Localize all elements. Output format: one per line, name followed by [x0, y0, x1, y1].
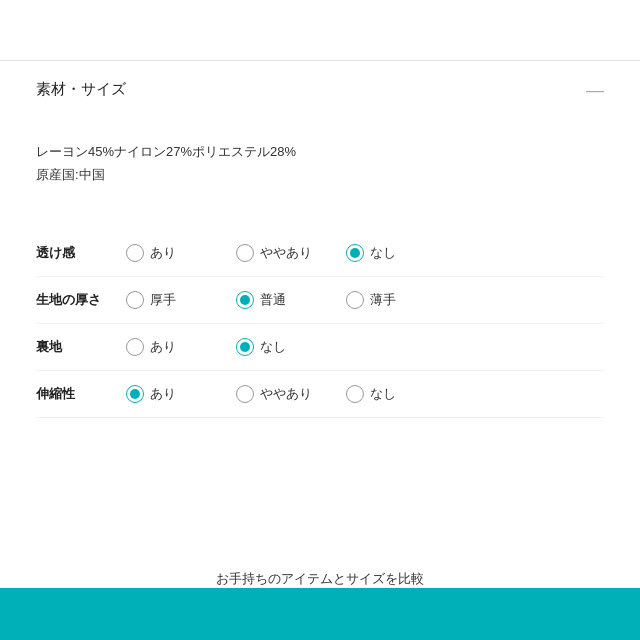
- radio-label: あり: [150, 338, 176, 356]
- compare-button[interactable]: [0, 588, 640, 640]
- compare-text: お手持ちのアイテムとサイズを比較: [216, 571, 424, 586]
- radio-selected-icon: [126, 385, 144, 403]
- material-origin: 原産国:中国: [36, 163, 604, 186]
- attribute-label: 伸縮性: [36, 385, 126, 403]
- attributes-section: 透け感ありややありなし生地の厚さ厚手普通薄手裏地ありなし伸縮性ありややありなし: [0, 230, 640, 418]
- radio-unselected-icon: [236, 244, 254, 262]
- radio-unselected-icon: [126, 291, 144, 309]
- radio-label: 普通: [260, 291, 286, 309]
- attribute-row: 生地の厚さ厚手普通薄手: [36, 277, 604, 324]
- radio-unselected-icon: [126, 244, 144, 262]
- radio-option[interactable]: なし: [346, 385, 456, 403]
- attribute-options: 厚手普通薄手: [126, 291, 604, 309]
- radio-label: ややあり: [260, 385, 312, 403]
- material-info: レーヨン45%ナイロン27%ポリエステル28% 原産国:中国: [36, 140, 604, 187]
- radio-unselected-icon: [346, 291, 364, 309]
- attribute-label: 裏地: [36, 338, 126, 356]
- radio-option[interactable]: あり: [126, 244, 236, 262]
- attribute-label: 透け感: [36, 244, 126, 262]
- radio-label: あり: [150, 385, 176, 403]
- radio-option[interactable]: あり: [126, 338, 236, 356]
- radio-option[interactable]: なし: [236, 338, 346, 356]
- radio-label: なし: [370, 385, 396, 403]
- attribute-options: ありなし: [126, 338, 604, 356]
- compare-section: お手持ちのアイテムとサイズを比較: [0, 569, 640, 588]
- radio-option[interactable]: なし: [346, 244, 456, 262]
- collapse-icon[interactable]: —: [586, 81, 604, 99]
- radio-label: 薄手: [370, 291, 396, 309]
- radio-label: なし: [260, 338, 286, 356]
- attribute-options: ありややありなし: [126, 385, 604, 403]
- radio-option[interactable]: ややあり: [236, 244, 346, 262]
- radio-selected-icon: [236, 291, 254, 309]
- attribute-label: 生地の厚さ: [36, 291, 126, 309]
- material-composition: レーヨン45%ナイロン27%ポリエステル28%: [36, 140, 604, 163]
- radio-unselected-icon: [236, 385, 254, 403]
- radio-selected-icon: [236, 338, 254, 356]
- radio-label: なし: [370, 244, 396, 262]
- radio-option[interactable]: あり: [126, 385, 236, 403]
- radio-option[interactable]: 厚手: [126, 291, 236, 309]
- section-header: 素材・サイズ —: [0, 60, 640, 99]
- section-title: 素材・サイズ: [36, 80, 126, 99]
- radio-option[interactable]: 薄手: [346, 291, 456, 309]
- radio-unselected-icon: [346, 385, 364, 403]
- attribute-row: 伸縮性ありややありなし: [36, 371, 604, 418]
- radio-selected-icon: [346, 244, 364, 262]
- radio-label: 厚手: [150, 291, 176, 309]
- radio-option[interactable]: 普通: [236, 291, 346, 309]
- radio-unselected-icon: [126, 338, 144, 356]
- attribute-row: 裏地ありなし: [36, 324, 604, 371]
- radio-label: ややあり: [260, 244, 312, 262]
- radio-label: あり: [150, 244, 176, 262]
- radio-option[interactable]: ややあり: [236, 385, 346, 403]
- attribute-row: 透け感ありややありなし: [36, 230, 604, 277]
- page: 素材・サイズ — レーヨン45%ナイロン27%ポリエステル28% 原産国:中国 …: [0, 0, 640, 640]
- attribute-options: ありややありなし: [126, 244, 604, 262]
